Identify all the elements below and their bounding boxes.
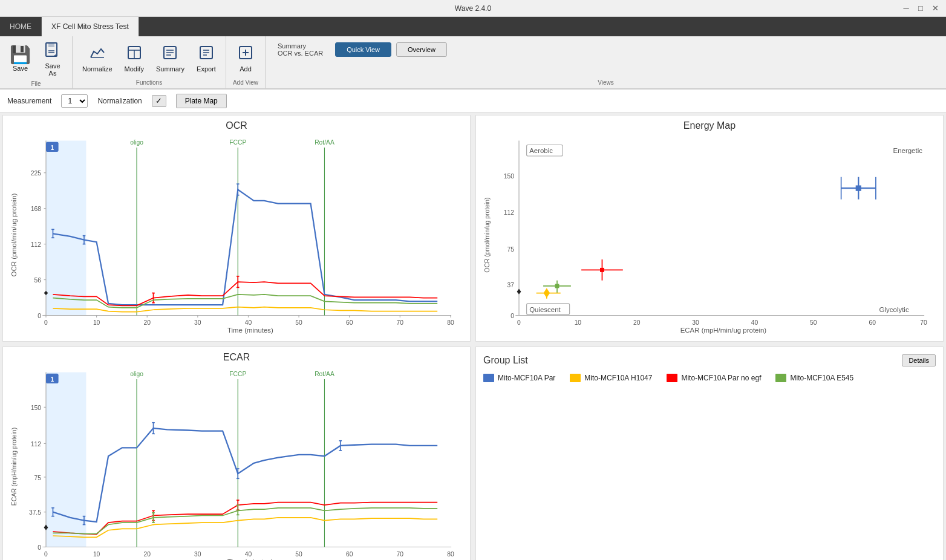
svg-text:30: 30 <box>692 319 699 325</box>
save-as-button[interactable]: + SaveAs <box>38 39 67 79</box>
legend-label-par-no-egf: Mito-MCF10A Par no egf <box>681 374 761 382</box>
normalize-button[interactable]: Normalize <box>77 42 117 75</box>
normalize-icon <box>89 44 106 64</box>
legend-swatch-e545 <box>775 374 786 382</box>
svg-text:OCR (pmol/min/ug protein): OCR (pmol/min/ug protein) <box>484 198 491 273</box>
svg-text:oligo: oligo <box>130 371 143 378</box>
svg-text:Rot/AA: Rot/AA <box>315 139 334 146</box>
svg-text:70: 70 <box>920 319 927 325</box>
close-button[interactable]: ✕ <box>929 2 941 15</box>
svg-rect-21 <box>46 141 86 316</box>
tab-xf-cell-mito[interactable]: XF Cell Mito Stress Test <box>42 17 139 36</box>
svg-text:ECAR (mpH/min/ug protein): ECAR (mpH/min/ug protein) <box>11 428 18 506</box>
toolbar: Measurement 1 Normalization ✓ Plate Map <box>0 90 946 112</box>
window-controls: ─ □ ✕ <box>900 2 941 15</box>
svg-text:50: 50 <box>295 551 302 558</box>
legend-item-h1047: Mito-MCF10A H1047 <box>570 374 652 382</box>
svg-text:30: 30 <box>194 551 201 558</box>
svg-text:40: 40 <box>245 551 252 558</box>
svg-text:oligo: oligo <box>130 139 143 146</box>
group-list-header: Group List Details <box>483 354 936 366</box>
ecar-chart-title: ECAR <box>8 352 465 363</box>
maximize-button[interactable]: □ <box>915 2 927 15</box>
modify-button[interactable]: Modify <box>120 42 149 75</box>
legend-item-e545: Mito-MCF10A E545 <box>775 374 853 382</box>
svg-text:150: 150 <box>504 173 514 180</box>
ecar-chart-container: ECAR (mpH/min/ug protein) 0 37.5 75 112 … <box>8 365 465 560</box>
svg-text:1: 1 <box>50 145 54 151</box>
export-button[interactable]: Export <box>192 42 221 75</box>
svg-text:56: 56 <box>34 277 42 284</box>
svg-text:70: 70 <box>397 551 404 558</box>
quick-view-button[interactable]: Quick View <box>335 42 391 57</box>
measurement-label: Measurement <box>7 97 51 105</box>
views-info-title: Summary <box>278 42 323 50</box>
ribbon-file-group: 💾 Save + SaveAs File <box>0 36 73 88</box>
ribbon-functions-items: Normalize Modify Summary Export <box>77 39 221 78</box>
ribbon-views-info: Summary OCR vs. ECAR <box>278 42 323 57</box>
svg-marker-113 <box>544 289 549 298</box>
svg-text:Aerobic: Aerobic <box>529 147 553 154</box>
svg-text:75: 75 <box>507 246 515 253</box>
svg-text:10: 10 <box>93 319 100 325</box>
svg-text:Time (minutes): Time (minutes) <box>227 327 273 334</box>
app-title: Wave 2.4.0 <box>455 4 491 13</box>
details-button[interactable]: Details <box>902 354 936 366</box>
overview-button[interactable]: Overview <box>396 42 447 57</box>
svg-text:40: 40 <box>751 319 758 325</box>
title-bar: Wave 2.4.0 ─ □ ✕ <box>0 0 946 17</box>
svg-text:20: 20 <box>144 551 151 558</box>
save-as-icon: + <box>44 41 61 61</box>
ocr-chart-panel: OCR OCR (pmol/min/ug protein) 0 56 112 <box>2 115 471 342</box>
svg-text:60: 60 <box>346 551 353 558</box>
svg-text:0: 0 <box>44 319 48 325</box>
svg-text:70: 70 <box>397 319 404 325</box>
svg-text:Quiescent: Quiescent <box>529 306 561 313</box>
svg-text:168: 168 <box>31 206 41 212</box>
save-button[interactable]: 💾 Save <box>5 44 36 74</box>
tab-home[interactable]: HOME <box>0 17 42 36</box>
summary-icon <box>161 44 178 64</box>
svg-text:50: 50 <box>810 319 817 325</box>
svg-text:60: 60 <box>346 319 353 325</box>
add-button[interactable]: Add <box>231 42 260 75</box>
svg-rect-107 <box>600 268 604 272</box>
normalization-checkmark[interactable]: ✓ <box>152 95 166 107</box>
plate-map-button[interactable]: Plate Map <box>176 94 227 108</box>
add-icon <box>237 44 254 64</box>
minimize-button[interactable]: ─ <box>900 2 912 15</box>
svg-text:1: 1 <box>50 376 54 383</box>
views-info-subtitle: OCR vs. ECAR <box>278 50 323 57</box>
svg-text:+: + <box>54 53 57 58</box>
svg-text:60: 60 <box>869 319 876 325</box>
legend-swatch-par-no-egf <box>667 374 677 382</box>
svg-text:0: 0 <box>517 319 521 325</box>
measurement-select[interactable]: 1 <box>61 94 88 108</box>
ribbon-views-label: Views <box>270 78 941 86</box>
svg-rect-104 <box>856 186 861 191</box>
main-content: OCR OCR (pmol/min/ug protein) 0 56 112 <box>0 112 946 560</box>
ribbon-functions-group: Normalize Modify Summary Export <box>73 36 226 88</box>
summary-button[interactable]: Summary <box>151 42 189 75</box>
svg-text:37.5: 37.5 <box>29 509 41 516</box>
ecar-chart-svg: ECAR (mpH/min/ug protein) 0 37.5 75 112 … <box>8 365 465 560</box>
svg-text:ECAR (mpH/min/ug protein): ECAR (mpH/min/ug protein) <box>680 327 767 334</box>
normalization-label: Normalization <box>97 97 142 105</box>
ecar-chart-panel: ECAR ECAR (mpH/min/ug protein) 0 37.5 75 <box>2 347 471 560</box>
svg-text:0: 0 <box>44 551 48 558</box>
energy-map-svg: OCR (pmol/min/ug protein) 0 37 75 112 15… <box>481 134 938 336</box>
energy-map-title: Energy Map <box>481 120 938 131</box>
energy-map-container: OCR (pmol/min/ug protein) 0 37 75 112 15… <box>481 134 938 336</box>
svg-text:FCCP: FCCP <box>229 139 246 146</box>
svg-text:Energetic: Energetic <box>893 147 923 154</box>
svg-text:0: 0 <box>511 313 514 319</box>
svg-text:10: 10 <box>93 551 100 558</box>
svg-text:50: 50 <box>295 319 302 325</box>
ribbon-views-group: Summary OCR vs. ECAR Quick View Overview… <box>266 36 946 88</box>
ocr-chart-container: OCR (pmol/min/ug protein) 0 56 112 168 2… <box>8 134 465 336</box>
svg-text:75: 75 <box>34 475 42 481</box>
svg-text:OCR (pmol/min/ug protein): OCR (pmol/min/ug protein) <box>10 193 18 276</box>
ribbon-add-view-group: Add Add View <box>226 36 266 88</box>
svg-text:20: 20 <box>144 319 151 325</box>
svg-text:80: 80 <box>447 319 454 325</box>
